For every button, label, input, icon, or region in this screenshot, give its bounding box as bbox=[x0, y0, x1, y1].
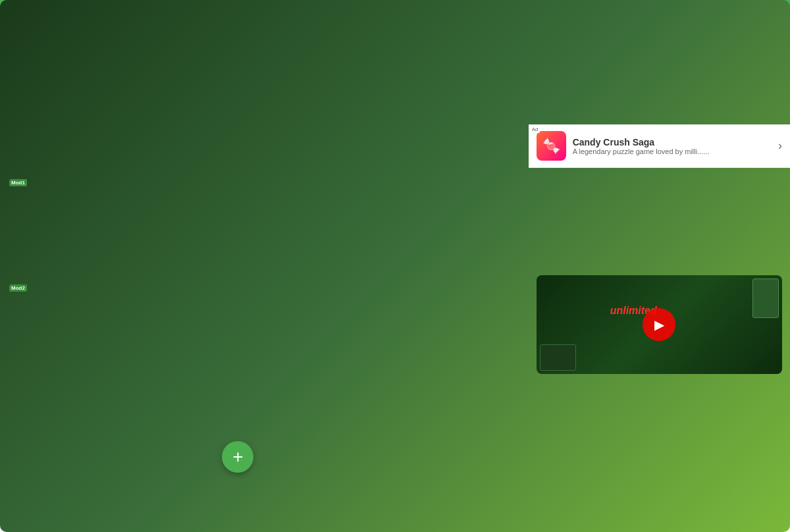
mod-badge-2: Mod1 bbox=[9, 179, 27, 186]
candy-name: Candy Crush Saga bbox=[573, 137, 772, 147]
mod-badge-3: Mod2 bbox=[9, 284, 27, 292]
candy-icon: 🍬 bbox=[537, 131, 566, 161]
panel3-scroll: Clash of Clans Mod 15.0.2 1,881,216 ⬇ 3.… bbox=[529, 40, 790, 506]
candy-arrow[interactable]: › bbox=[778, 139, 782, 153]
candy-info: Candy Crush Saga A legendary puzzle game… bbox=[573, 137, 772, 155]
panel3: ← ans Mod 15.0.2 ⚲ ⬇ ⤴ Clash of Clans Mo… bbox=[529, 0, 790, 532]
ad-label: Ad bbox=[530, 126, 540, 133]
candy-crush-ad[interactable]: 🍬 Candy Crush Saga A legendary puzzle ga… bbox=[529, 124, 790, 168]
fab-button[interactable]: + bbox=[222, 441, 253, 473]
panel3-app-icon bbox=[537, 47, 573, 84]
panel3-app-info: Clash of Clans Mod 15.0.2 1,881,216 ⬇ 3.… bbox=[529, 40, 790, 92]
candy-desc: A legendary puzzle game loved by milli..… bbox=[573, 147, 772, 155]
play-button[interactable]: ▶ bbox=[643, 308, 675, 341]
video-thumbnail[interactable]: unlimited ▶ bbox=[537, 275, 782, 374]
